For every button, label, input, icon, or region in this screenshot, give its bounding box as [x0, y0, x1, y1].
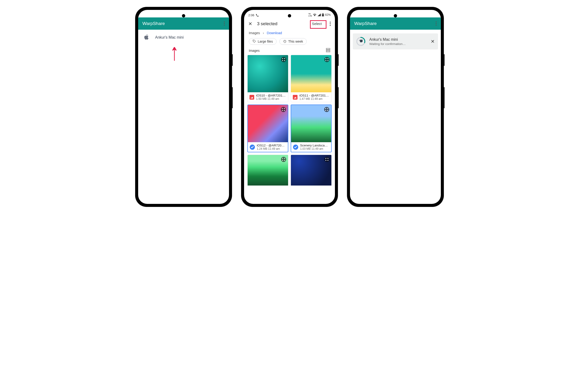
- image-card-selected[interactable]: Scenery Landscap… 1.03 MB 11:49 am: [291, 104, 332, 152]
- image-card-selected[interactable]: iOS12 - @AR7201… 1.24 MB 11:49 am: [247, 104, 288, 152]
- fullscreen-icon[interactable]: [281, 57, 286, 62]
- file-name: Scenery Landscap…: [300, 144, 329, 147]
- app-title: WarpShare: [354, 21, 436, 26]
- battery-percent: 82%: [325, 13, 331, 16]
- more-icon[interactable]: [330, 22, 331, 26]
- file-meta: 1.50 MB 11:49 am: [256, 97, 286, 100]
- chip-label: Large files: [258, 40, 273, 43]
- chip-large-files[interactable]: Large files: [249, 38, 277, 45]
- picker-title: 3 selected: [257, 21, 305, 26]
- selected-check-icon: [293, 145, 298, 150]
- transfer-device-name: Ankur's Mac mini: [369, 37, 427, 42]
- device-row[interactable]: Ankur's Mac mini: [138, 30, 229, 45]
- file-meta: 1.03 MB 11:49 am: [300, 147, 329, 151]
- thumbnail: [248, 55, 288, 92]
- svg-point-3: [253, 40, 254, 41]
- breadcrumb-current[interactable]: Download: [267, 31, 282, 35]
- section-label: Images: [249, 49, 260, 53]
- apple-icon: [144, 34, 149, 41]
- tag-icon: [252, 40, 256, 43]
- file-name: iOS10 - @AR7201…: [256, 94, 286, 97]
- transfer-card: Ankur's Mac mini Waiting for confirmatio…: [353, 33, 438, 49]
- app-title: WarpShare: [143, 21, 224, 26]
- image-type-icon: [293, 95, 297, 100]
- fullscreen-icon[interactable]: [281, 157, 286, 162]
- file-name: iOS12 - @AR7201…: [257, 144, 286, 147]
- warpshare-header: WarpShare: [138, 17, 229, 30]
- chip-label: This week: [288, 40, 303, 43]
- annotation-highlight-box: [310, 20, 326, 29]
- breadcrumb: Images › Download: [244, 30, 335, 37]
- list-view-icon[interactable]: [326, 48, 330, 53]
- close-icon[interactable]: ✕: [248, 21, 252, 27]
- svg-rect-2: [322, 13, 323, 14]
- warpshare-header: WarpShare: [350, 17, 441, 30]
- battery-icon: [322, 13, 324, 16]
- breadcrumb-root[interactable]: Images: [249, 31, 260, 35]
- fullscreen-icon[interactable]: [324, 157, 330, 162]
- file-meta: 1.47 MB 11:49 am: [299, 97, 330, 100]
- thumbnail: [291, 55, 331, 92]
- phone-2: 2:06 VoLTE 82% ✕ 3 selected Select Image…: [241, 7, 338, 207]
- cancel-transfer-icon[interactable]: ✕: [431, 39, 435, 44]
- phone-1: WarpShare Ankur's Mac mini: [135, 7, 232, 207]
- image-type-icon: [249, 95, 254, 100]
- history-icon: [283, 40, 287, 43]
- volte-icon: VoLTE: [308, 13, 312, 17]
- svg-rect-6: [326, 51, 330, 52]
- svg-rect-4: [326, 48, 330, 49]
- image-card[interactable]: [247, 155, 288, 185]
- image-card[interactable]: [291, 155, 332, 185]
- section-header: Images: [244, 48, 335, 55]
- wifi-icon: [313, 13, 317, 16]
- thumbnail: [291, 105, 331, 142]
- progress-ring-icon: [356, 37, 365, 46]
- image-card[interactable]: iOS11 - @AR72014… 1.47 MB 11:49 am: [291, 55, 332, 102]
- status-time: 2:06: [248, 13, 254, 17]
- device-name: Ankur's Mac mini: [155, 35, 184, 40]
- annotation-arrow-icon: [172, 47, 177, 61]
- more-icon[interactable]: [436, 21, 436, 26]
- thumbnail: [248, 155, 288, 185]
- chip-this-week[interactable]: This week: [279, 38, 307, 45]
- svg-rect-1: [322, 14, 324, 16]
- signal-icon: [317, 13, 321, 16]
- fullscreen-icon[interactable]: [281, 107, 286, 112]
- fullscreen-icon[interactable]: [324, 57, 330, 62]
- file-meta: 1.24 MB 11:49 am: [257, 147, 286, 151]
- transfer-status: Waiting for confirmation…: [369, 42, 427, 46]
- phone-3: WarpShare Ankur's Mac mini Waiting for c…: [347, 7, 444, 207]
- thumbnail: [291, 155, 331, 185]
- file-name: iOS11 - @AR72014…: [299, 94, 330, 97]
- more-icon[interactable]: [224, 21, 225, 26]
- call-icon: [256, 14, 259, 17]
- thumbnail: [248, 105, 288, 142]
- svg-rect-5: [326, 50, 330, 51]
- chevron-right-icon: ›: [263, 31, 264, 35]
- selected-check-icon: [250, 145, 255, 150]
- image-card[interactable]: iOS10 - @AR7201… 1.50 MB 11:49 am: [247, 55, 288, 102]
- fullscreen-icon[interactable]: [324, 107, 329, 112]
